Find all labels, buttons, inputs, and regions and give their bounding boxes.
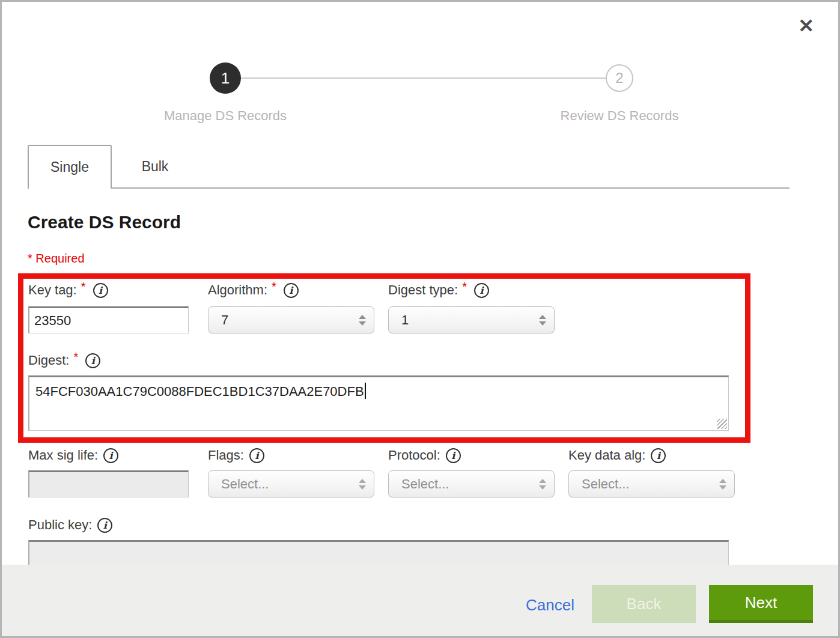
- info-icon[interactable]: i: [249, 448, 264, 463]
- required-asterisk: *: [462, 280, 467, 294]
- max-sig-life-label: Max sig life: i: [28, 448, 118, 463]
- flags-select[interactable]: Select...: [208, 470, 374, 497]
- key-data-alg-label: Key data alg: i: [568, 448, 666, 463]
- info-icon[interactable]: i: [85, 353, 100, 368]
- protocol-label-text: Protocol:: [388, 448, 440, 463]
- resize-handle[interactable]: [717, 419, 727, 429]
- digest-textarea[interactable]: 54FCF030AA1C79C0088FDEC1BD1C37DAA2E70DFB: [28, 375, 729, 431]
- step-2-label: Review DS Records: [523, 108, 716, 124]
- next-button[interactable]: Next: [709, 585, 813, 623]
- close-icon[interactable]: ✕: [798, 16, 814, 35]
- digest-type-label-text: Digest type:: [388, 282, 458, 298]
- digest-value: 54FCF030AA1C79C0088FDEC1BD1C37DAA2E70DFB: [35, 384, 364, 399]
- create-ds-record-modal: ✕ 1 2 Manage DS Records Review DS Record…: [0, 0, 840, 638]
- algorithm-select-value: 7: [221, 312, 228, 328]
- required-asterisk: *: [81, 280, 86, 294]
- max-sig-life-label-text: Max sig life:: [28, 448, 98, 463]
- info-icon[interactable]: i: [651, 448, 666, 463]
- algorithm-label-text: Algorithm:: [208, 282, 267, 298]
- digest-type-label: Digest type: * i: [388, 282, 489, 298]
- info-icon[interactable]: i: [103, 448, 118, 463]
- info-icon[interactable]: i: [474, 283, 489, 298]
- step-1-circle: 1: [210, 62, 241, 94]
- tab-bulk[interactable]: Bulk: [113, 146, 197, 187]
- digest-label: Digest: * i: [28, 353, 100, 368]
- key-tag-input[interactable]: [28, 306, 189, 333]
- info-icon[interactable]: i: [93, 283, 108, 298]
- key-data-alg-select[interactable]: Select...: [568, 470, 735, 497]
- select-spinner-icon: [539, 479, 546, 490]
- step-2-circle: 2: [606, 64, 633, 92]
- select-spinner-icon: [359, 479, 366, 490]
- digest-label-text: Digest:: [28, 353, 69, 368]
- digest-type-select[interactable]: 1: [388, 306, 555, 333]
- protocol-select[interactable]: Select...: [388, 470, 555, 497]
- info-icon[interactable]: i: [97, 518, 112, 533]
- flags-label-text: Flags:: [208, 448, 244, 463]
- protocol-select-value: Select...: [401, 476, 449, 492]
- tab-single[interactable]: Single: [28, 145, 112, 189]
- flags-select-value: Select...: [221, 476, 269, 492]
- algorithm-select[interactable]: 7: [208, 306, 374, 333]
- key-data-alg-select-value: Select...: [582, 476, 629, 492]
- public-key-label: Public key: i: [28, 517, 112, 533]
- select-spinner-icon: [719, 479, 726, 490]
- algorithm-label: Algorithm: * i: [208, 282, 299, 298]
- key-tag-label-text: Key tag:: [28, 282, 77, 298]
- stepper-connector: [241, 77, 606, 79]
- max-sig-life-input[interactable]: [28, 470, 189, 497]
- cancel-button[interactable]: Cancel: [526, 596, 574, 615]
- required-note: * Required: [28, 252, 85, 266]
- step-1-label: Manage DS Records: [129, 108, 321, 124]
- public-key-label-text: Public key:: [28, 517, 92, 533]
- required-asterisk: *: [73, 350, 78, 364]
- key-data-alg-label-text: Key data alg:: [568, 448, 645, 463]
- key-tag-label: Key tag: * i: [28, 282, 108, 298]
- flags-label: Flags: i: [208, 448, 264, 463]
- tabs-divider: [28, 187, 790, 189]
- digest-type-select-value: 1: [401, 312, 409, 328]
- modal-footer: Cancel Back Next: [2, 565, 838, 636]
- required-asterisk: *: [272, 280, 276, 294]
- page-title: Create DS Record: [28, 212, 181, 232]
- select-spinner-icon: [359, 315, 366, 326]
- text-caret: [365, 383, 366, 399]
- info-icon[interactable]: i: [284, 283, 299, 298]
- select-spinner-icon: [539, 315, 546, 326]
- info-icon[interactable]: i: [446, 448, 461, 463]
- back-button[interactable]: Back: [592, 585, 696, 623]
- protocol-label: Protocol: i: [388, 448, 461, 463]
